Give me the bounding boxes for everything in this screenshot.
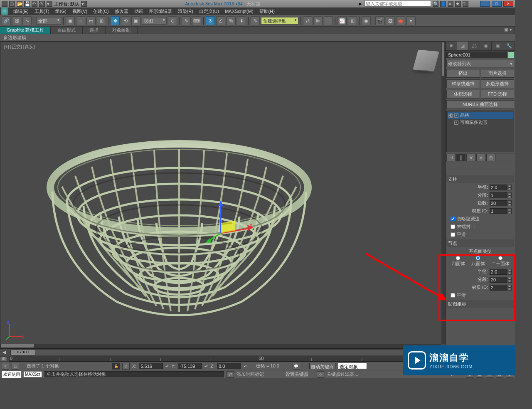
btn-vol-sel[interactable]: 体积选择 bbox=[446, 90, 480, 99]
btn-ffd-sel[interactable]: FFD 选择 bbox=[481, 90, 515, 99]
exchange-icon[interactable]: ✕ bbox=[448, 1, 453, 7]
modify-tab-icon[interactable]: ◢ bbox=[457, 42, 469, 50]
display-tab-icon[interactable]: ▣ bbox=[492, 42, 503, 50]
help-search-input[interactable] bbox=[365, 1, 431, 7]
stack-lattice[interactable]: 晶格 bbox=[460, 112, 469, 118]
utilities-tab-icon[interactable]: 🔧 bbox=[503, 42, 515, 50]
octa-radio[interactable] bbox=[476, 256, 480, 260]
autokey-button[interactable]: 自动关键点 bbox=[309, 363, 335, 369]
rollout-title[interactable]: 支柱 bbox=[446, 175, 514, 183]
motion-tab-icon[interactable]: ◉ bbox=[480, 42, 492, 50]
manip-icon[interactable]: ✎ bbox=[182, 16, 191, 25]
modifier-stack[interactable]: ◐+晶格 +可编辑多边形 bbox=[446, 111, 514, 152]
ribbon-graphite[interactable]: Graphite 建模工具 bbox=[0, 27, 51, 34]
render-setup-icon[interactable]: 🎬 bbox=[375, 16, 384, 25]
setkey-button[interactable]: 设置关键点 bbox=[286, 371, 308, 377]
angle-snap-icon[interactable]: ∠ bbox=[216, 16, 225, 25]
btn-spline-sel[interactable]: 样条线选择 bbox=[446, 79, 480, 88]
strut-segs-input[interactable] bbox=[490, 192, 507, 198]
maxscript-mini[interactable]: MAXScr bbox=[23, 371, 42, 377]
selection-set-dd[interactable]: 创建选择集 bbox=[261, 17, 298, 25]
align-icon[interactable]: ⊫ bbox=[313, 16, 323, 25]
menu-animation[interactable]: 动画 bbox=[132, 8, 146, 15]
joint-matid-input[interactable] bbox=[490, 285, 507, 291]
save-icon[interactable]: 💾 bbox=[24, 1, 30, 7]
app-menu-icon[interactable] bbox=[2, 1, 7, 7]
keyboard-icon[interactable]: ⌨ bbox=[192, 16, 201, 25]
minimize-button[interactable]: — bbox=[480, 1, 490, 7]
render-icon[interactable]: 🫖 bbox=[396, 16, 405, 25]
strut-sides-input[interactable] bbox=[490, 200, 507, 206]
menu-render[interactable]: 渲染(R) bbox=[175, 8, 196, 15]
viewcube[interactable] bbox=[413, 50, 439, 72]
signin-icon[interactable]: 👤 bbox=[440, 1, 446, 7]
infocenter-icon[interactable]: 🔍 bbox=[433, 1, 438, 7]
remove-mod-icon[interactable]: ✕ bbox=[476, 154, 485, 161]
dropdown-icon[interactable]: ▾ bbox=[47, 1, 52, 7]
spinner-snap-icon[interactable]: ⬍ bbox=[237, 16, 246, 25]
object-color-swatch[interactable] bbox=[508, 52, 514, 58]
icosa-radio[interactable] bbox=[498, 256, 502, 260]
stack-editpoly[interactable]: 可编辑多边形 bbox=[460, 119, 488, 126]
keyfilter-button[interactable]: 关键点过滤器... bbox=[327, 371, 358, 377]
btn-extrude[interactable]: 挤出 bbox=[446, 69, 480, 78]
pivot-icon[interactable]: ⊙ bbox=[168, 16, 177, 25]
btn-patch-sel[interactable]: 面片选择 bbox=[481, 69, 515, 78]
ribbon-expand-icon[interactable]: ▣ ▾ bbox=[502, 27, 515, 34]
select-icon[interactable]: ▣ bbox=[66, 16, 75, 25]
show-end-icon[interactable]: ║ bbox=[456, 154, 466, 161]
keymode-dd[interactable]: 选定对象 bbox=[338, 363, 367, 369]
bowl-object[interactable] bbox=[13, 63, 345, 320]
track-key-icon[interactable]: ⊞ bbox=[0, 356, 7, 361]
modifier-list-dd[interactable]: 修改器列表▾ bbox=[446, 60, 514, 67]
spin-down[interactable]: ▾ bbox=[507, 187, 512, 190]
curve-editor-icon[interactable]: 📈 bbox=[337, 16, 347, 25]
z-field[interactable]: 0.0 bbox=[217, 363, 241, 369]
config-icon[interactable]: ⊞ bbox=[486, 154, 495, 161]
create-tab-icon[interactable]: ✸ bbox=[446, 42, 457, 50]
scale-icon[interactable]: ▣ bbox=[131, 16, 140, 25]
rollout-title[interactable]: 节点 bbox=[446, 239, 514, 247]
link-icon[interactable]: 🔗 bbox=[2, 16, 11, 25]
workspace-dd-icon[interactable]: ▾ bbox=[81, 1, 87, 7]
endcaps-check[interactable] bbox=[451, 224, 455, 229]
viewport-vscroll[interactable] bbox=[441, 42, 445, 344]
layer-icon[interactable]: ⬚ bbox=[324, 16, 333, 25]
menu-custom[interactable]: 自定义(U) bbox=[197, 8, 222, 15]
joint-segs-input[interactable] bbox=[490, 277, 507, 283]
menu-modifiers[interactable]: 修改器 bbox=[112, 8, 131, 15]
bind-icon[interactable]: ∿ bbox=[22, 16, 32, 25]
fav-icon[interactable]: ★ bbox=[455, 1, 461, 7]
x-field[interactable]: 5.516 bbox=[139, 363, 163, 369]
comm-icon[interactable]: 💬 bbox=[293, 363, 300, 370]
joint-radius-input[interactable] bbox=[490, 269, 507, 275]
select-name-icon[interactable]: ≡ bbox=[76, 16, 85, 25]
region-rect-icon[interactable]: ▭ bbox=[86, 16, 96, 25]
menu-create[interactable]: 创建(C) bbox=[91, 8, 111, 15]
unique-icon[interactable]: ∀ bbox=[466, 154, 475, 161]
viewport-hscroll[interactable] bbox=[0, 344, 441, 348]
expand-icon[interactable]: + bbox=[454, 121, 458, 125]
render-prod-icon[interactable]: ▾ bbox=[406, 16, 416, 25]
move-icon[interactable]: ✥ bbox=[111, 16, 120, 25]
strut-matid-input[interactable] bbox=[490, 208, 507, 214]
viewport[interactable]: [+] [正交] [真实] bbox=[0, 42, 445, 348]
menu-group[interactable]: 组(G) bbox=[53, 8, 69, 15]
maximize-button[interactable]: □ bbox=[492, 1, 502, 7]
mirror-icon[interactable]: ⇄ bbox=[303, 16, 312, 25]
new-icon[interactable]: ▢ bbox=[9, 1, 15, 7]
app-logo-icon[interactable] bbox=[1, 7, 8, 15]
menu-tools[interactable]: 工具(T) bbox=[32, 8, 52, 15]
help-icon[interactable]: ? bbox=[463, 1, 468, 7]
smooth2-check[interactable] bbox=[451, 293, 455, 298]
redo-icon[interactable]: ↷ bbox=[39, 1, 45, 7]
object-name-input[interactable] bbox=[446, 52, 507, 58]
ribbon-freeform[interactable]: 自由形式 bbox=[51, 27, 83, 34]
rendered-frame-icon[interactable]: 🖼 bbox=[386, 16, 395, 25]
spin-up[interactable]: ▴ bbox=[507, 185, 512, 187]
snap-icon[interactable]: 3 bbox=[206, 16, 215, 25]
bulb-icon[interactable]: ◐ bbox=[448, 113, 453, 118]
script-icon[interactable]: ≡ bbox=[2, 363, 9, 370]
iso-icon[interactable]: ⊙ bbox=[122, 363, 130, 370]
menu-edit[interactable]: 编辑(E) bbox=[11, 8, 31, 15]
